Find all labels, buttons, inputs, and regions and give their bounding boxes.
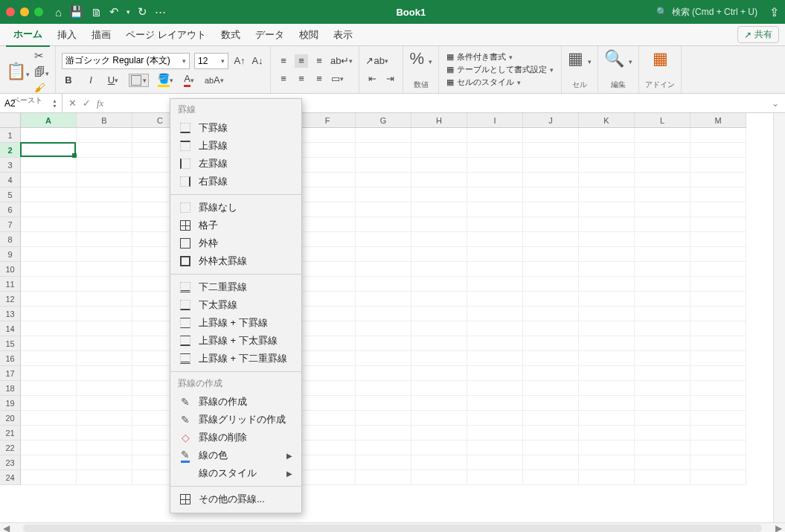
cell[interactable] [691,292,746,307]
cell[interactable] [523,202,579,217]
draw-border[interactable]: ✎罫線の作成 [170,393,301,411]
tab-formulas[interactable]: 数式 [214,24,248,46]
cell[interactable] [77,292,132,307]
cell[interactable] [300,366,356,381]
cell[interactable] [523,396,579,411]
row-header[interactable]: 1 [0,128,21,143]
cell[interactable] [77,202,132,217]
cell[interactable] [467,366,523,381]
cell[interactable] [467,351,523,366]
row-header[interactable]: 5 [0,188,21,202]
cell[interactable] [356,277,411,292]
cell[interactable] [635,440,691,455]
col-header[interactable]: M [691,113,746,128]
cell[interactable] [691,336,746,351]
cell[interactable] [21,381,77,396]
tab-draw[interactable]: 描画 [84,24,118,46]
redo-icon[interactable]: ↻ [138,5,147,19]
cell[interactable] [635,336,691,351]
cell[interactable] [579,470,635,485]
italic-button[interactable]: I [84,74,97,87]
cell[interactable] [467,396,523,411]
cell[interactable] [523,277,579,292]
enter-formula-icon[interactable]: ✓ [83,97,91,109]
cut-icon[interactable]: ✂ [34,49,49,63]
cell[interactable] [635,366,691,381]
cell[interactable] [356,217,411,232]
cell[interactable] [691,351,746,366]
col-header[interactable]: K [579,113,635,128]
cell[interactable] [300,440,356,455]
cell[interactable] [300,262,356,277]
row-header[interactable]: 22 [0,440,21,455]
row-header[interactable]: 15 [0,336,21,351]
cell[interactable] [635,128,691,143]
format-painter-icon[interactable]: 🖌 [34,81,49,94]
cell[interactable] [467,336,523,351]
cell[interactable] [77,366,132,381]
border-outside[interactable]: 外枠 [170,234,301,252]
cell[interactable] [579,128,635,143]
align-middle-icon[interactable]: ≡ [295,54,308,68]
orientation-icon[interactable]: ↗ab ▾ [365,54,388,68]
row-header[interactable]: 12 [0,292,21,307]
cell[interactable] [411,232,467,247]
cell[interactable] [635,188,691,202]
align-center-icon[interactable]: ≡ [295,72,308,86]
cell[interactable] [21,143,77,158]
cell[interactable] [579,262,635,277]
cell[interactable] [467,277,523,292]
cell[interactable] [300,455,356,470]
cell[interactable] [300,396,356,411]
cell[interactable] [579,158,635,173]
row-header[interactable]: 4 [0,173,21,188]
home-icon[interactable]: ⌂ [55,6,62,19]
cell[interactable] [579,396,635,411]
cell[interactable] [523,455,579,470]
cell[interactable] [356,321,411,336]
cell[interactable] [21,277,77,292]
cell[interactable] [77,247,132,262]
cell[interactable] [467,426,523,440]
cell[interactable] [356,426,411,440]
cell[interactable] [691,262,746,277]
cell[interactable] [411,128,467,143]
cell[interactable] [21,292,77,307]
row-header[interactable]: 6 [0,202,21,217]
cell[interactable] [691,202,746,217]
cell[interactable] [356,232,411,247]
cell[interactable] [300,173,356,188]
border-bottom-thick[interactable]: 下太罫線 [170,296,301,314]
cell[interactable] [21,307,77,321]
cell[interactable] [77,158,132,173]
find-icon[interactable]: 🔍 ▾ [604,49,632,68]
cell[interactable] [411,277,467,292]
row-header[interactable]: 20 [0,411,21,426]
cell[interactable] [523,173,579,188]
cell[interactable] [300,158,356,173]
cell[interactable] [691,158,746,173]
cell[interactable] [691,188,746,202]
cell[interactable] [21,188,77,202]
cell[interactable] [411,336,467,351]
borders-button[interactable]: ▾ [129,74,149,87]
search-field[interactable]: 🔍 検索 (Cmd + Ctrl + U) [656,6,757,19]
cell[interactable] [411,351,467,366]
row-header[interactable]: 17 [0,366,21,381]
cell[interactable] [300,336,356,351]
cell[interactable] [356,470,411,485]
cell[interactable] [411,440,467,455]
cell[interactable] [635,202,691,217]
row-header[interactable]: 7 [0,217,21,232]
cell[interactable] [300,321,356,336]
cell[interactable] [411,470,467,485]
cell[interactable] [579,351,635,366]
cell[interactable] [21,396,77,411]
cell[interactable] [77,307,132,321]
cell[interactable] [523,232,579,247]
cell[interactable] [635,292,691,307]
cell[interactable] [300,411,356,426]
cell[interactable] [300,232,356,247]
undo-caret-icon[interactable]: ▾ [126,8,130,16]
cell[interactable] [691,470,746,485]
